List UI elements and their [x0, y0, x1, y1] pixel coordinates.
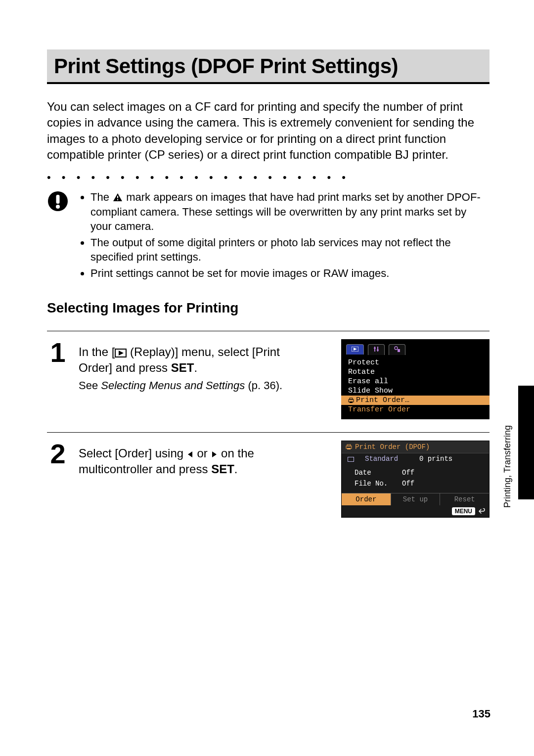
- lcd-menu-item: Protect: [341, 358, 490, 367]
- step-2: 2 Select [Order] using or on the multico…: [47, 444, 299, 478]
- lcd-menu-item: Slide Show: [341, 386, 490, 396]
- caution-icon: [47, 190, 69, 282]
- lcd-screenshot-replay-menu: Protect Rotate Erase all Slide Show Prin…: [341, 339, 490, 419]
- svg-point-13: [395, 347, 398, 350]
- svg-rect-17: [350, 401, 353, 403]
- svg-rect-21: [347, 445, 351, 446]
- lcd-menu-item-selected: Print Order…: [341, 396, 490, 405]
- lcd-tab-tools: [368, 344, 385, 355]
- lcd2-tab-reset: Reset: [440, 493, 489, 505]
- step-1-reference: See Selecting Menus and Settings (p. 36)…: [79, 379, 299, 392]
- subsection-heading: Selecting Images for Printing: [47, 300, 490, 316]
- divider: [47, 432, 490, 433]
- lcd-screenshot-print-order: Print Order (DPOF) Standard 0 prints Dat…: [341, 441, 490, 518]
- print-icon: [346, 444, 352, 450]
- lcd2-date-row: Date Off: [342, 467, 489, 478]
- left-arrow-icon: [187, 446, 194, 460]
- print-icon: [348, 398, 354, 403]
- svg-rect-16: [350, 398, 353, 400]
- edge-tab: [518, 386, 534, 499]
- svg-rect-23: [348, 457, 354, 461]
- step-number-1: 1: [47, 340, 69, 365]
- lcd-menu-item: Erase all: [341, 377, 490, 386]
- warning-triangle-icon: [113, 190, 122, 205]
- svg-rect-4: [117, 196, 118, 198]
- replay-icon: [115, 349, 127, 357]
- lcd2-tab-order: Order: [342, 493, 391, 505]
- svg-marker-6: [119, 351, 124, 356]
- lcd2-header: Print Order (DPOF): [342, 441, 489, 453]
- svg-marker-18: [188, 451, 192, 457]
- svg-marker-8: [354, 348, 357, 351]
- lcd-menu-item: Transfer Order: [341, 405, 490, 414]
- intro-paragraph: You can select images on a CF card for p…: [47, 99, 490, 163]
- menu-button-label: MENU: [452, 507, 475, 515]
- lcd-tab-setup: [389, 344, 405, 355]
- svg-rect-22: [347, 448, 351, 449]
- svg-rect-10: [377, 347, 378, 352]
- svg-rect-9: [374, 347, 375, 352]
- svg-rect-1: [56, 195, 60, 204]
- caution-bullet-1: The mark appears on images that have had…: [90, 190, 490, 233]
- svg-point-2: [56, 205, 60, 209]
- section-title-bar: Print Settings (DPOF Print Settings): [47, 49, 490, 84]
- lcd2-menu-back: MENU: [342, 505, 489, 517]
- lcd2-tabs: Order Set up Reset: [342, 493, 489, 505]
- dotted-separator: • • • • • • • • • • • • • • • • • • • • …: [47, 172, 490, 183]
- lcd-menu-item: Rotate: [341, 367, 490, 377]
- step-1: 1 In the [ (Replay)] menu, select [Print…: [47, 342, 299, 392]
- right-arrow-icon: [211, 446, 218, 460]
- step-number-2: 2: [47, 442, 69, 466]
- svg-rect-11: [374, 348, 376, 349]
- svg-rect-12: [377, 350, 379, 351]
- lcd-tab-replay: [346, 344, 364, 355]
- page-number: 135: [472, 708, 490, 720]
- caution-bullet-3: Print settings cannot be set for movie i…: [90, 266, 490, 280]
- svg-marker-19: [212, 451, 217, 457]
- lcd2-tab-setup: Set up: [391, 493, 441, 505]
- back-arrow-icon: [478, 508, 485, 514]
- svg-marker-14: [398, 349, 400, 352]
- caution-bullet-2: The output of some digital printers or p…: [90, 235, 490, 264]
- divider: [47, 331, 490, 331]
- standard-icon: [348, 455, 355, 463]
- lcd2-type-row: Standard 0 prints: [342, 453, 489, 464]
- lcd2-fileno-row: File No. Off: [342, 478, 489, 489]
- side-section-label: Printing, Transferring: [502, 425, 513, 508]
- section-title: Print Settings (DPOF Print Settings): [54, 54, 483, 78]
- svg-rect-5: [117, 199, 118, 200]
- caution-block: The mark appears on images that have had…: [47, 190, 490, 282]
- step-1-instruction: In the [ (Replay)] menu, select [Print O…: [79, 344, 299, 376]
- step-2-instruction: Select [Order] using or on the multicont…: [79, 445, 299, 478]
